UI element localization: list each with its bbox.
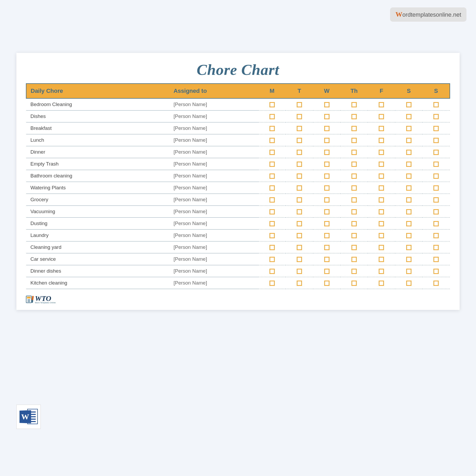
checkbox-icon[interactable] — [324, 162, 329, 167]
checkbox-icon[interactable] — [297, 209, 302, 214]
checkbox-icon[interactable] — [269, 209, 275, 214]
checkbox-icon[interactable] — [406, 150, 411, 155]
checkbox-icon[interactable] — [269, 257, 275, 262]
checkbox-icon[interactable] — [406, 209, 411, 214]
checkbox-icon[interactable] — [379, 281, 384, 286]
checkbox-icon[interactable] — [379, 257, 384, 262]
checkbox-icon[interactable] — [379, 197, 384, 203]
checkbox-icon[interactable] — [351, 257, 357, 262]
checkbox-icon[interactable] — [406, 185, 411, 191]
checkbox-icon[interactable] — [406, 114, 411, 119]
checkbox-icon[interactable] — [406, 197, 411, 203]
checkbox-icon[interactable] — [351, 114, 357, 119]
checkbox-icon[interactable] — [433, 102, 439, 107]
checkbox-icon[interactable] — [324, 269, 329, 274]
checkbox-icon[interactable] — [297, 233, 302, 238]
checkbox-icon[interactable] — [379, 269, 384, 274]
checkbox-icon[interactable] — [351, 281, 357, 286]
checkbox-icon[interactable] — [269, 114, 275, 119]
checkbox-icon[interactable] — [297, 150, 302, 155]
checkbox-icon[interactable] — [324, 150, 329, 155]
checkbox-icon[interactable] — [324, 221, 329, 226]
checkbox-icon[interactable] — [351, 162, 357, 167]
checkbox-icon[interactable] — [406, 221, 411, 226]
checkbox-icon[interactable] — [351, 173, 357, 179]
checkbox-icon[interactable] — [379, 126, 384, 131]
checkbox-icon[interactable] — [379, 209, 384, 214]
checkbox-icon[interactable] — [324, 173, 329, 179]
checkbox-icon[interactable] — [269, 138, 275, 143]
checkbox-icon[interactable] — [351, 233, 357, 238]
checkbox-icon[interactable] — [433, 126, 439, 131]
checkbox-icon[interactable] — [406, 102, 411, 107]
checkbox-icon[interactable] — [351, 185, 357, 191]
checkbox-icon[interactable] — [297, 245, 302, 250]
checkbox-icon[interactable] — [297, 138, 302, 143]
checkbox-icon[interactable] — [269, 269, 275, 274]
checkbox-icon[interactable] — [406, 138, 411, 143]
checkbox-icon[interactable] — [297, 221, 302, 226]
checkbox-icon[interactable] — [269, 150, 275, 155]
checkbox-icon[interactable] — [269, 221, 275, 226]
checkbox-icon[interactable] — [351, 245, 357, 250]
checkbox-icon[interactable] — [269, 173, 275, 179]
checkbox-icon[interactable] — [297, 269, 302, 274]
checkbox-icon[interactable] — [406, 126, 411, 131]
checkbox-icon[interactable] — [406, 162, 411, 167]
checkbox-icon[interactable] — [433, 245, 439, 250]
checkbox-icon[interactable] — [351, 269, 357, 274]
checkbox-icon[interactable] — [351, 221, 357, 226]
checkbox-icon[interactable] — [324, 185, 329, 191]
checkbox-icon[interactable] — [406, 233, 411, 238]
checkbox-icon[interactable] — [433, 114, 439, 119]
checkbox-icon[interactable] — [297, 173, 302, 179]
checkbox-icon[interactable] — [351, 126, 357, 131]
checkbox-icon[interactable] — [433, 209, 439, 214]
checkbox-icon[interactable] — [269, 162, 275, 167]
checkbox-icon[interactable] — [269, 281, 275, 286]
checkbox-icon[interactable] — [433, 150, 439, 155]
checkbox-icon[interactable] — [297, 185, 302, 191]
checkbox-icon[interactable] — [379, 233, 384, 238]
checkbox-icon[interactable] — [433, 281, 439, 286]
checkbox-icon[interactable] — [297, 114, 302, 119]
checkbox-icon[interactable] — [406, 269, 411, 274]
checkbox-icon[interactable] — [379, 114, 384, 119]
checkbox-icon[interactable] — [433, 221, 439, 226]
checkbox-icon[interactable] — [269, 126, 275, 131]
checkbox-icon[interactable] — [379, 162, 384, 167]
checkbox-icon[interactable] — [379, 185, 384, 191]
checkbox-icon[interactable] — [433, 138, 439, 143]
checkbox-icon[interactable] — [351, 209, 357, 214]
checkbox-icon[interactable] — [324, 126, 329, 131]
checkbox-icon[interactable] — [324, 281, 329, 286]
checkbox-icon[interactable] — [297, 197, 302, 203]
checkbox-icon[interactable] — [297, 162, 302, 167]
checkbox-icon[interactable] — [379, 245, 384, 250]
checkbox-icon[interactable] — [324, 245, 329, 250]
checkbox-icon[interactable] — [269, 197, 275, 203]
checkbox-icon[interactable] — [351, 150, 357, 155]
checkbox-icon[interactable] — [379, 150, 384, 155]
checkbox-icon[interactable] — [297, 281, 302, 286]
checkbox-icon[interactable] — [433, 185, 439, 191]
checkbox-icon[interactable] — [379, 138, 384, 143]
checkbox-icon[interactable] — [269, 102, 275, 107]
checkbox-icon[interactable] — [324, 114, 329, 119]
checkbox-icon[interactable] — [433, 162, 439, 167]
checkbox-icon[interactable] — [269, 185, 275, 191]
checkbox-icon[interactable] — [433, 233, 439, 238]
checkbox-icon[interactable] — [379, 173, 384, 179]
checkbox-icon[interactable] — [406, 173, 411, 179]
checkbox-icon[interactable] — [406, 245, 411, 250]
checkbox-icon[interactable] — [297, 126, 302, 131]
checkbox-icon[interactable] — [324, 233, 329, 238]
checkbox-icon[interactable] — [324, 197, 329, 203]
checkbox-icon[interactable] — [406, 257, 411, 262]
checkbox-icon[interactable] — [324, 138, 329, 143]
checkbox-icon[interactable] — [406, 281, 411, 286]
checkbox-icon[interactable] — [324, 102, 329, 107]
checkbox-icon[interactable] — [269, 245, 275, 250]
checkbox-icon[interactable] — [433, 197, 439, 203]
checkbox-icon[interactable] — [324, 257, 329, 262]
